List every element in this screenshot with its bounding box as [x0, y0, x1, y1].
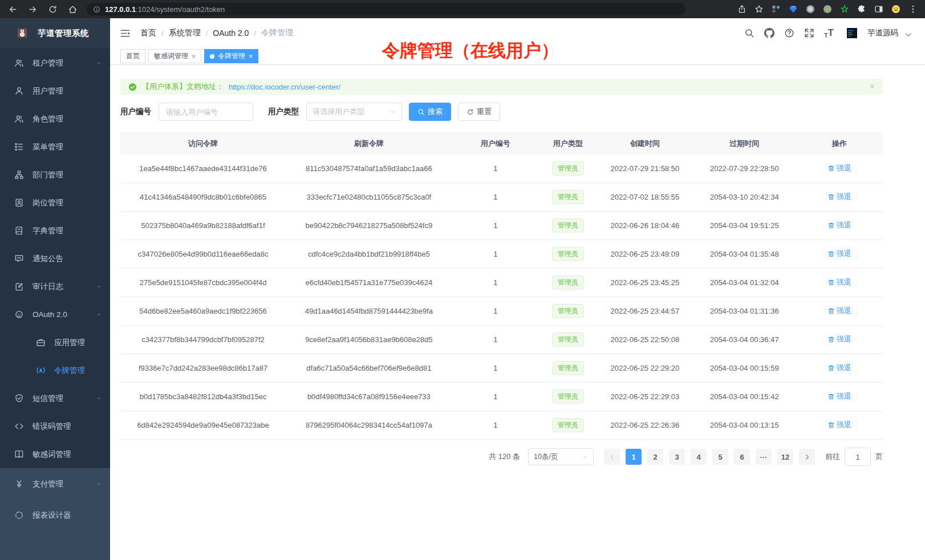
sidebar-item-dept[interactable]: 部门管理 — [0, 161, 110, 189]
force-logout-link[interactable]: 强退 — [827, 420, 851, 430]
breadcrumb-item[interactable]: 系统管理 — [169, 28, 201, 38]
sidepanel-icon[interactable] — [874, 5, 883, 14]
user-type-badge: 管理员 — [552, 190, 584, 204]
puzzle-extensions-icon[interactable] — [857, 5, 866, 14]
sidebar-item-dict[interactable]: 字典管理 — [0, 217, 110, 245]
tab-close-icon[interactable]: × — [249, 52, 253, 60]
user-type-select[interactable]: 请选择用户类型 — [306, 103, 402, 121]
sidebar-item-user[interactable]: 用户管理 — [0, 77, 110, 105]
sidebar-item-oauth2-app[interactable]: 应用管理 — [0, 328, 110, 356]
pay-icon — [14, 479, 24, 489]
tab-token-management[interactable]: 令牌管理 × — [204, 49, 258, 63]
post-icon — [14, 198, 24, 208]
force-logout-link[interactable]: 强退 — [827, 277, 851, 287]
goto-label: 前往 — [825, 452, 840, 462]
home-icon[interactable] — [68, 5, 78, 14]
sidebar-item-notice[interactable]: 通知公告 — [0, 245, 110, 273]
github-icon[interactable] — [764, 28, 774, 38]
breadcrumb-item-current: 令牌管理 — [261, 28, 293, 38]
force-logout-link[interactable]: 强退 — [827, 391, 851, 401]
sidebar-toggle-icon[interactable] — [120, 28, 131, 39]
table-row: 54d6be82ee5a460a9aedc1f9bf223656 49d1aa4… — [120, 297, 883, 326]
user-type-badge: 管理员 — [552, 361, 584, 375]
info-icon[interactable] — [93, 6, 100, 13]
bookmark-star-icon[interactable] — [754, 5, 764, 14]
reset-button[interactable]: 重置 — [458, 103, 500, 121]
column-header: 刷新令牌 — [286, 132, 452, 155]
action-cell: 强退 — [796, 326, 883, 354]
refresh-token-cell: b0df4980ffd34c67a08f9156e4eee733 — [286, 383, 452, 411]
pagination-page-5[interactable]: 5 — [712, 449, 728, 465]
tab-sensitive-words[interactable]: 敏感词管理 × — [148, 49, 201, 63]
gem-extension-icon[interactable] — [789, 5, 798, 14]
trash-icon — [827, 364, 835, 372]
user-type-badge: 管理员 — [552, 247, 584, 261]
fullscreen-icon[interactable] — [804, 28, 814, 38]
breadcrumb-separator: / — [161, 29, 164, 38]
record-extension-icon[interactable] — [823, 5, 832, 14]
forward-icon[interactable] — [28, 5, 38, 14]
address-bar[interactable]: 127.0.0.1:1024/system/oauth2/token — [87, 3, 685, 15]
force-logout-link[interactable]: 强退 — [827, 306, 851, 316]
pagination-page-1[interactable]: 1 — [626, 449, 642, 465]
sidebar-item-role[interactable]: 角色管理 — [0, 105, 110, 133]
tab-close-icon[interactable]: × — [192, 52, 196, 60]
user-id-cell: 1 — [452, 411, 539, 440]
alert-close-icon[interactable]: × — [870, 82, 875, 92]
sidebar-item-sms[interactable]: 短信管理 — [0, 384, 110, 412]
prev-page-button[interactable] — [604, 449, 620, 465]
share-icon[interactable] — [737, 5, 747, 14]
sidebar-item-oauth2[interactable]: OAuth 2.0 — [0, 301, 110, 328]
user-avatar[interactable] — [843, 25, 861, 42]
user-type-cell: 管理员 — [539, 297, 597, 326]
font-size-icon[interactable]: TT — [824, 27, 834, 39]
pagination-page-2[interactable]: 2 — [647, 449, 663, 465]
sidebar-item-pay[interactable]: 支付管理 — [0, 468, 110, 500]
url-text: 127.0.0.1:1024/system/oauth2/token — [105, 5, 225, 14]
access-token-cell: 1ea5e44f8bc1467aaede43144f31de76 — [120, 155, 286, 183]
pagination-page-3[interactable]: 3 — [669, 449, 685, 465]
browser-menu-icon[interactable] — [908, 5, 918, 14]
reload-icon[interactable] — [48, 5, 58, 14]
sidebar-item-sensitive[interactable]: 敏感词管理 — [0, 440, 110, 468]
sidebar-item-oauth2-token[interactable]: 令牌管理 — [0, 356, 110, 384]
force-logout-link[interactable]: 强退 — [827, 192, 851, 202]
user-menu-caret-icon[interactable] — [903, 30, 914, 40]
back-icon[interactable] — [8, 5, 18, 14]
sidebar-item-menu[interactable]: 菜单管理 — [0, 133, 110, 161]
force-logout-link[interactable]: 强退 — [827, 249, 851, 259]
help-icon[interactable] — [784, 28, 794, 38]
command-extension-icon[interactable] — [806, 5, 815, 14]
next-page-button[interactable] — [799, 449, 815, 465]
breadcrumb-item[interactable]: OAuth 2.0 — [213, 29, 249, 38]
refresh-token-cell: 811c530487574fa0af1a59d3abc1aa66 — [286, 155, 452, 183]
force-logout-link[interactable]: 强退 — [827, 220, 851, 230]
pagination-page-6[interactable]: 6 — [734, 449, 750, 465]
pagination-ellipsis[interactable]: ··· — [756, 449, 772, 465]
force-logout-link[interactable]: 强退 — [827, 363, 851, 373]
sidebar-item-errcode[interactable]: 错误码管理 — [0, 412, 110, 440]
sidebar-item-tenant[interactable]: 租户管理 — [0, 49, 110, 77]
tenant-icon — [14, 58, 24, 68]
extension-grid-icon[interactable] — [772, 5, 781, 14]
profile-avatar-icon[interactable] — [891, 5, 900, 14]
goto-page-input[interactable] — [845, 448, 871, 466]
sidebar-item-report[interactable]: 报表设计器 — [0, 500, 110, 531]
sidebar-item-audit[interactable]: 审计日志 — [0, 273, 110, 301]
user-id-input[interactable] — [159, 103, 253, 121]
pagination-page-12[interactable]: 12 — [777, 449, 793, 465]
search-button[interactable]: 搜索 — [409, 103, 451, 121]
logo[interactable]: 芋道管理系统 — [0, 18, 110, 48]
alert-doc-link[interactable]: https://doc.iocoder.cn/user-center/ — [229, 83, 340, 91]
sidebar-item-post[interactable]: 岗位管理 — [0, 189, 110, 217]
breadcrumb-item[interactable]: 首页 — [140, 28, 156, 38]
tab-home[interactable]: 首页 — [120, 49, 145, 63]
username[interactable]: 芋道源码 — [867, 28, 898, 38]
page-size-select[interactable]: 10条/页 — [528, 448, 594, 465]
search-icon[interactable] — [744, 28, 754, 38]
force-logout-link[interactable]: 强退 — [827, 334, 851, 344]
pagination-page-4[interactable]: 4 — [691, 449, 707, 465]
table-header-row: 访问令牌刷新令牌用户编号用户类型创建时间过期时间操作 — [120, 132, 883, 155]
force-logout-link[interactable]: 强退 — [827, 163, 851, 173]
green-star-extension-icon[interactable] — [840, 5, 849, 14]
